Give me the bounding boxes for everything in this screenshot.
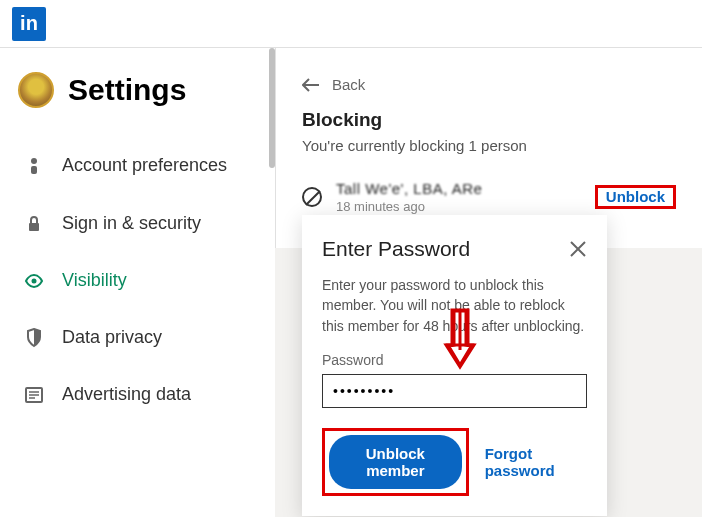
back-button[interactable]: Back	[302, 76, 676, 93]
unblock-button[interactable]: Unblock	[598, 184, 673, 209]
blocked-member-info: Tall We'e', LBA, ARe 18 minutes ago	[336, 180, 581, 214]
sidebar-item-label: Visibility	[62, 270, 127, 291]
sidebar-item-label: Sign in & security	[62, 213, 201, 234]
back-label: Back	[332, 76, 365, 93]
sidebar-item-visibility[interactable]: Visibility	[16, 252, 267, 309]
svg-point-0	[31, 158, 37, 164]
unblock-member-button[interactable]: Unblock member	[329, 435, 462, 489]
newspaper-icon	[24, 387, 44, 403]
password-label: Password	[322, 352, 587, 368]
modal-actions: Unblock member Forgot password	[322, 428, 587, 496]
close-icon[interactable]	[569, 240, 587, 258]
page-title: Settings	[68, 73, 186, 107]
person-icon	[24, 156, 44, 176]
sidebar: Settings Account preferences Sign in & s…	[0, 48, 275, 517]
shield-icon	[24, 328, 44, 348]
modal-body-text: Enter your password to unblock this memb…	[322, 275, 587, 336]
linkedin-logo[interactable]: in	[12, 7, 46, 41]
forgot-password-link[interactable]: Forgot password	[485, 445, 587, 479]
modal-header: Enter Password	[322, 237, 587, 261]
blocked-member-name: Tall We'e', LBA, ARe	[336, 180, 581, 197]
blocked-member-time: 18 minutes ago	[336, 199, 581, 214]
sidebar-item-advertising-data[interactable]: Advertising data	[16, 366, 267, 423]
blocked-member-row: Tall We'e', LBA, ARe 18 minutes ago Unbl…	[302, 180, 676, 214]
arrow-left-icon	[302, 78, 320, 92]
annotation-highlight: Unblock	[595, 185, 676, 209]
svg-point-3	[32, 278, 37, 283]
settings-header: Settings	[16, 72, 267, 108]
sidebar-item-label: Account preferences	[62, 154, 227, 177]
password-input[interactable]	[322, 374, 587, 408]
svg-rect-1	[31, 166, 37, 174]
eye-icon	[24, 274, 44, 288]
section-title: Blocking	[302, 109, 676, 131]
sidebar-item-data-privacy[interactable]: Data privacy	[16, 309, 267, 366]
sidebar-item-label: Data privacy	[62, 327, 162, 348]
sidebar-item-sign-in-security[interactable]: Sign in & security	[16, 195, 267, 252]
section-subtitle: You're currently blocking 1 person	[302, 137, 676, 154]
top-bar: in	[0, 0, 702, 48]
sidebar-item-account-preferences[interactable]: Account preferences	[16, 136, 267, 195]
password-modal: Enter Password Enter your password to un…	[302, 215, 607, 516]
avatar[interactable]	[18, 72, 54, 108]
modal-title: Enter Password	[322, 237, 470, 261]
sidebar-item-label: Advertising data	[62, 384, 191, 405]
block-icon	[302, 187, 322, 207]
svg-rect-2	[29, 223, 39, 231]
lock-icon	[24, 215, 44, 233]
annotation-highlight: Unblock member	[322, 428, 469, 496]
